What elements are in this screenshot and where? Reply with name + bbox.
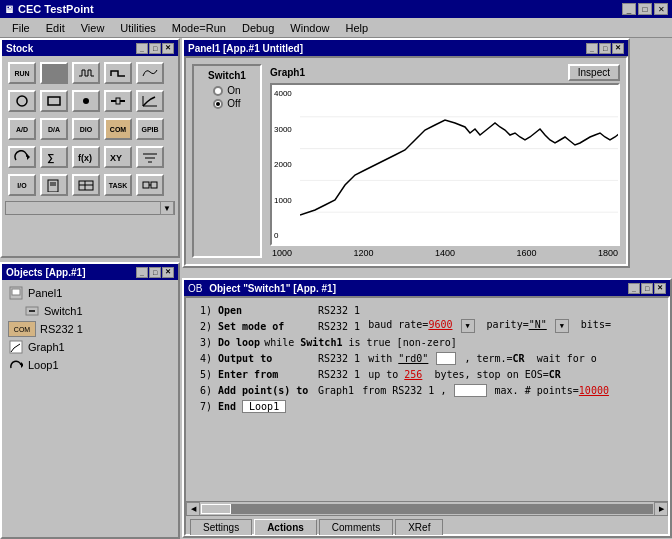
loop-btn-icon: [13, 150, 31, 164]
tool-r4-1[interactable]: [8, 146, 36, 168]
menu-utilities[interactable]: Utilities: [112, 20, 163, 36]
stock-close[interactable]: ✕: [162, 43, 174, 54]
scroll-left-arrow[interactable]: ◀: [186, 502, 200, 516]
panel1-icon: [8, 285, 24, 301]
tool-r5-3[interactable]: [72, 174, 100, 196]
tool-r3[interactable]: [72, 62, 100, 84]
objects-window: Objects [App.#1] _ □ ✕ Panel1: [0, 262, 180, 539]
tool-r2[interactable]: [40, 62, 68, 84]
stock-title-bar: Stock _ □ ✕: [2, 40, 178, 56]
inspect-button[interactable]: Inspect: [568, 64, 620, 81]
line2-detail: RS232 1: [318, 321, 360, 332]
tool-com[interactable]: COM: [104, 118, 132, 140]
panel1-close[interactable]: ✕: [612, 43, 624, 54]
tool-r5[interactable]: [136, 62, 164, 84]
tab-settings[interactable]: Settings: [190, 519, 252, 535]
tool-square[interactable]: [40, 90, 68, 112]
line-num-7: 7): [192, 401, 212, 412]
loop1-icon: [8, 357, 24, 373]
close-button[interactable]: ✕: [654, 3, 668, 15]
menu-edit[interactable]: Edit: [38, 20, 73, 36]
code-table: 1) Open RS232 1 2) Set mode of RS232 1 b…: [186, 298, 668, 501]
x-label-1400: 1400: [435, 248, 455, 258]
switch-on-option[interactable]: On: [213, 85, 240, 96]
object-maximize[interactable]: □: [641, 283, 653, 294]
tab-comments[interactable]: Comments: [319, 519, 393, 535]
main-area: Stock _ □ ✕ RUN: [0, 38, 672, 539]
list-item-graph1[interactable]: Graph1: [4, 338, 176, 356]
scroll-down-arrow[interactable]: ▼: [160, 201, 174, 215]
tool-gpib[interactable]: GPIB: [136, 118, 164, 140]
minimize-button[interactable]: _: [622, 3, 636, 15]
list-item-loop1[interactable]: Loop1: [4, 356, 176, 374]
switch-off-option[interactable]: Off: [213, 98, 240, 109]
list-item-switch1[interactable]: Switch1: [4, 302, 176, 320]
tool-io[interactable]: I/O: [8, 174, 36, 196]
object-inner: 1) Open RS232 1 2) Set mode of RS232 1 b…: [184, 296, 670, 536]
menu-view[interactable]: View: [73, 20, 113, 36]
objects-close[interactable]: ✕: [162, 267, 174, 278]
line1-label: Open: [218, 305, 318, 316]
line-num-2: 2): [192, 321, 212, 332]
tool-graph[interactable]: [136, 90, 164, 112]
tool-r4-5[interactable]: [136, 146, 164, 168]
menu-debug[interactable]: Debug: [234, 20, 282, 36]
object-minimize[interactable]: _: [628, 283, 640, 294]
slider-icon: [109, 94, 127, 108]
line4-box1: [436, 352, 456, 365]
x-label-1200: 1200: [353, 248, 373, 258]
parity-value: "N": [529, 319, 547, 330]
tool-ad[interactable]: A/D: [8, 118, 36, 140]
tool-dio[interactable]: DIO: [72, 118, 100, 140]
scroll-thumb[interactable]: [201, 504, 231, 514]
tool-slider[interactable]: [104, 90, 132, 112]
stock-scrollbar[interactable]: ▼: [5, 201, 175, 215]
panel1-controls: _ □ ✕: [586, 43, 624, 54]
tool-r4[interactable]: [104, 62, 132, 84]
h-scrollbar[interactable]: ◀ ▶: [186, 501, 668, 515]
objects-minimize[interactable]: _: [136, 267, 148, 278]
line4-extra: with "rd0" , term.=CR wait for o: [368, 352, 597, 365]
switch-on-label: On: [227, 85, 240, 96]
svg-text:f(x): f(x): [78, 153, 92, 163]
radio-off[interactable]: [213, 99, 223, 109]
line1-detail: RS232 1: [318, 305, 360, 316]
list-item-rs232[interactable]: COM RS232 1: [4, 320, 176, 338]
menu-file[interactable]: File: [4, 20, 38, 36]
scroll-track[interactable]: [201, 504, 653, 514]
svg-rect-21: [151, 182, 157, 188]
tool-r4-4[interactable]: XY: [104, 146, 132, 168]
stock-maximize[interactable]: □: [149, 43, 161, 54]
tab-xref[interactable]: XRef: [395, 519, 443, 535]
radio-on[interactable]: [213, 86, 223, 96]
tool-circle[interactable]: [8, 90, 36, 112]
menu-window[interactable]: Window: [282, 20, 337, 36]
menu-mode[interactable]: Mode=Run: [164, 20, 234, 36]
tool-dot[interactable]: [72, 90, 100, 112]
tool-r5-5[interactable]: [136, 174, 164, 196]
tool-r4-2[interactable]: ∑: [40, 146, 68, 168]
menu-help[interactable]: Help: [337, 20, 376, 36]
stock-minimize[interactable]: _: [136, 43, 148, 54]
tool-r5-2[interactable]: [40, 174, 68, 196]
svg-point-0: [17, 96, 27, 106]
tool-r4-3[interactable]: f(x): [72, 146, 100, 168]
tab-actions[interactable]: Actions: [254, 519, 317, 535]
list-item-panel1[interactable]: Panel1: [4, 284, 176, 302]
scroll-right-arrow[interactable]: ▶: [654, 502, 668, 516]
graph-btn-icon: [141, 94, 159, 108]
tool-da[interactable]: D/A: [40, 118, 68, 140]
parity-dropdown[interactable]: ▼: [555, 319, 569, 333]
baud-dropdown[interactable]: ▼: [461, 319, 475, 333]
panel1-maximize[interactable]: □: [599, 43, 611, 54]
tool-task[interactable]: TASK: [104, 174, 132, 196]
panel1-minimize[interactable]: _: [586, 43, 598, 54]
tool-grid-row1: RUN: [5, 59, 175, 87]
tool-grid-row3: A/D D/A DIO COM GPIB: [5, 115, 175, 143]
line3-extra: while Switch1 is true [non-zero]: [264, 337, 457, 348]
tool-run[interactable]: RUN: [8, 62, 36, 84]
code-row-1: 1) Open RS232 1: [188, 302, 666, 318]
maximize-button[interactable]: □: [638, 3, 652, 15]
object-close[interactable]: ✕: [654, 283, 666, 294]
objects-maximize[interactable]: □: [149, 267, 161, 278]
